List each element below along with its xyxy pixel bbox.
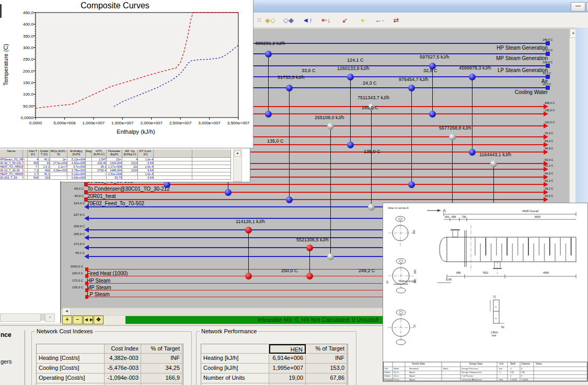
perf-value-cell[interactable]: -5,476e-003: [105, 364, 141, 374]
table-cell[interactable]: 2223: [122, 161, 138, 165]
perf-value-cell[interactable]: 67,86: [306, 374, 347, 383]
cold-utility-stream-line[interactable]: [251, 53, 546, 54]
exchanger-node[interactable]: [327, 253, 334, 260]
table-cell[interactable]: 111: [122, 165, 138, 169]
exchanger-connector[interactable]: [309, 248, 310, 276]
zoom-button-0[interactable]: +: [62, 316, 72, 324]
table-cell[interactable]: 405: [28, 161, 39, 165]
table-cell[interactable]: 18,1: [92, 165, 107, 169]
perf-value-cell[interactable]: INF: [141, 354, 182, 364]
exchanger-connector[interactable]: [268, 54, 269, 114]
table-cell[interactable]: 2233: [122, 169, 138, 172]
perf-value-cell[interactable]: 6,914e+006: [269, 354, 306, 364]
table-cell[interactable]: 3,03e+003: [50, 169, 67, 172]
exchanger-connector[interactable]: [411, 88, 412, 184]
table-cell-name[interactable]: 30-203_T_50-213: [0, 176, 23, 180]
exchanger-node[interactable]: [265, 51, 272, 57]
hot-stream-line[interactable]: [250, 163, 544, 164]
exchanger-node[interactable]: [469, 74, 476, 80]
table-cell[interactable]: 3,75e+003: [67, 169, 86, 172]
exchanger-connector[interactable]: [371, 107, 372, 207]
zoom-button-1[interactable]: −: [73, 316, 83, 324]
hot-stream-line[interactable]: [250, 144, 544, 145]
cold-utility-stream-line[interactable]: [251, 43, 546, 44]
table-cell[interactable]: [86, 172, 92, 176]
cold-utility-stream-line[interactable]: [251, 65, 546, 66]
table-cell[interactable]: 2793,4: [92, 169, 107, 172]
table-cell[interactable]: 400: [39, 169, 50, 172]
exchanger-node[interactable]: [368, 204, 375, 211]
table-cell[interactable]: [154, 161, 192, 165]
table-cell[interactable]: 40,1: [39, 172, 50, 176]
exchanger-node[interactable]: [449, 134, 456, 141]
exchanger-node[interactable]: [245, 273, 252, 279]
table-cell[interactable]: [192, 172, 231, 176]
hot-stream-line[interactable]: [250, 113, 544, 114]
table-cell-name[interactable]: HEAT_TO_HRSG2: [0, 172, 23, 176]
hot-stream-line[interactable]: [250, 106, 544, 107]
table-cell[interactable]: 233,40: [92, 161, 107, 165]
exchanger-node[interactable]: [306, 273, 313, 279]
table-cell[interactable]: [154, 158, 192, 161]
table-cell[interactable]: 1,5,1: [39, 165, 50, 169]
exchanger-node[interactable]: [265, 111, 272, 118]
sidebar-item-exchangers[interactable]: gers: [1, 358, 11, 365]
add-stream-icon[interactable]: ◄↑: [301, 14, 314, 26]
perf-value-cell[interactable]: 34,25: [141, 364, 182, 374]
swap-streams-icon[interactable]: ⇄: [390, 14, 402, 26]
table-cell[interactable]: [86, 165, 92, 169]
perf-value-cell[interactable]: 153,0: [306, 364, 347, 374]
exchanger-node[interactable]: [347, 142, 354, 148]
table-cell[interactable]: 1485,004: [107, 169, 122, 172]
perf-value-cell[interactable]: 4,382e-003: [105, 354, 141, 364]
exchanger-node[interactable]: [490, 160, 497, 167]
exchanger-connector[interactable]: [330, 126, 331, 256]
table-cell[interactable]: 40,1: [39, 158, 50, 161]
remove-exchanger-icon[interactable]: ↙: [339, 14, 351, 26]
table-cell-name[interactable]: 30-30_T_50-202: [0, 161, 23, 165]
table-cell[interactable]: 53,73: [107, 176, 122, 180]
minimize-button[interactable]: —: [571, 2, 585, 11]
table-cell-name[interactable]: HEAT_TO_HRSG: [0, 165, 23, 169]
table-cell[interactable]: 33: [39, 161, 50, 165]
table-cell[interactable]: 2e-: [50, 158, 67, 161]
table-cell[interactable]: –: [92, 172, 107, 176]
hen-window-titlebar[interactable]: —: [246, 0, 588, 13]
perf-value-cell[interactable]: -1,094e-003: [105, 374, 141, 383]
table-cell[interactable]: 1,0e-4: [138, 165, 154, 169]
table-cell[interactable]: 7,2: [28, 169, 39, 172]
table-cell[interactable]: 1,0e-4: [138, 158, 154, 161]
table-cell[interactable]: 4,60e+005: [67, 161, 86, 165]
perf-value-cell[interactable]: 19,00: [269, 374, 306, 383]
table-cell[interactable]: 3,7e+003: [67, 165, 86, 169]
table-cell[interactable]: 5,12e+004: [67, 172, 86, 176]
exchanger-node[interactable]: [245, 227, 252, 234]
table-cell[interactable]: 1,51e+006: [107, 172, 122, 176]
table-cell[interactable]: 303: [39, 176, 50, 180]
table-cell[interactable]: [86, 161, 92, 165]
exchanger-node[interactable]: [286, 196, 293, 203]
exchanger-node[interactable]: [347, 74, 354, 80]
table-cell[interactable]: –: [50, 172, 67, 176]
exchanger-connector[interactable]: [350, 77, 351, 145]
exchanger-connector[interactable]: [289, 88, 290, 200]
table-cell[interactable]: 6,54: [138, 176, 154, 180]
exchanger-connector[interactable]: [248, 230, 249, 276]
table-cell[interactable]: 7-: [28, 165, 39, 169]
table-cell[interactable]: 4: [28, 158, 39, 161]
table-cell[interactable]: [122, 176, 138, 180]
hot-stream-line[interactable]: [85, 192, 544, 193]
stream-table[interactable]: NameInlet T [C]Outlet T [C]MCp [kJ/C-h]E…: [0, 149, 232, 181]
hot-stream-line[interactable]: [85, 199, 544, 200]
table-cell[interactable]: [154, 165, 192, 169]
sidebar-item-performance[interactable]: nce: [1, 331, 11, 339]
diamond-network-icon[interactable]: ◇◆: [282, 14, 295, 26]
table-cell[interactable]: [50, 176, 67, 180]
table-cell[interactable]: 27,5e+003: [50, 161, 67, 165]
table-cell[interactable]: 1320,004: [107, 161, 122, 165]
table-cell[interactable]: [192, 169, 231, 172]
table-cell[interactable]: [192, 161, 231, 165]
back-icon[interactable]: ←·: [373, 14, 386, 26]
table-cell[interactable]: [92, 176, 107, 180]
zoom-button-2[interactable]: ◄►: [83, 316, 93, 324]
